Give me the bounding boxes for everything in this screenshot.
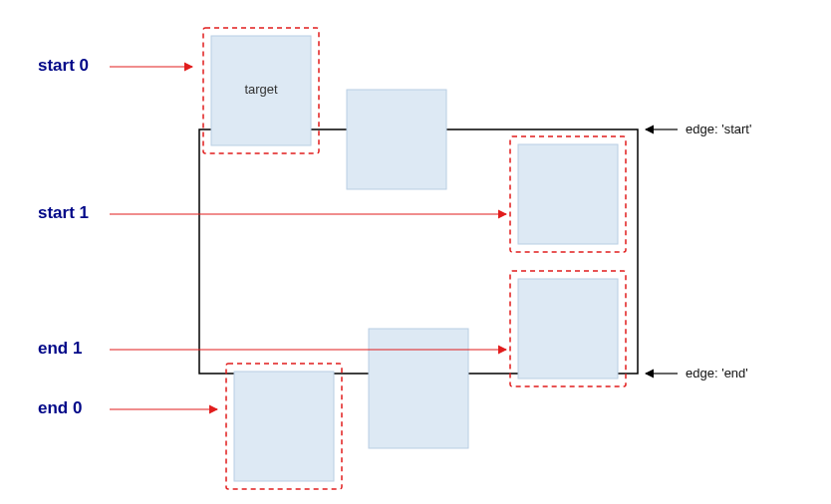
- ptr-start0-label: start 0: [38, 56, 89, 76]
- box-f: [234, 372, 334, 481]
- ptr-start1-label: start 1: [38, 203, 89, 223]
- ptr-end1-label: end 1: [38, 339, 82, 359]
- diagram-canvas: target: [0, 0, 831, 504]
- box-c: [518, 144, 618, 244]
- box-e: [369, 329, 468, 448]
- edge-end-label: edge: 'end': [686, 366, 748, 380]
- box-d: [518, 279, 618, 378]
- box-label: target: [244, 82, 278, 97]
- box-b: [347, 90, 446, 189]
- ptr-end0-label: end 0: [38, 398, 82, 418]
- edge-start-label: edge: 'start': [686, 122, 751, 136]
